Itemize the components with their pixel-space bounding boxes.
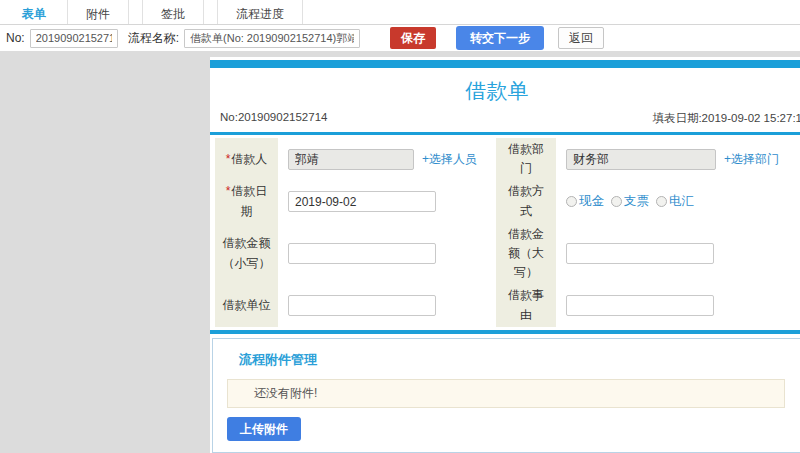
amount-uppercase-label: 借款金额（大写）	[496, 223, 556, 285]
attachment-section: 流程附件管理 还没有附件! 上传附件	[212, 338, 800, 453]
no-label: No:	[6, 31, 25, 45]
sheet-no-text: No:20190902152714	[220, 111, 327, 126]
amount-lowercase-input[interactable]	[288, 243, 436, 264]
radio-cheque[interactable]: 支票	[611, 193, 649, 210]
borrower-label: *借款人	[215, 138, 278, 180]
borrow-reason-input[interactable]	[566, 295, 714, 316]
borrow-method-radio-group: 现金 支票 电汇	[566, 193, 694, 210]
upload-attachment-button[interactable]: 上传附件	[227, 417, 301, 441]
borrow-date-label: *借款日期	[215, 180, 278, 222]
process-name-label: 流程名称:	[128, 30, 179, 47]
department-input[interactable]	[566, 149, 716, 170]
borrow-method-label: 借款方式	[496, 180, 556, 222]
borrow-unit-field	[278, 284, 496, 326]
panel-top-bar	[210, 60, 800, 68]
no-input[interactable]	[30, 29, 118, 48]
borrow-date-input[interactable]	[288, 191, 436, 212]
amount-uppercase-input[interactable]	[566, 243, 714, 264]
radio-icon[interactable]	[656, 196, 667, 207]
department-label: 借款部门	[496, 138, 556, 180]
radio-icon[interactable]	[611, 196, 622, 207]
form-bottom-bar	[210, 330, 800, 334]
borrow-reason-field	[556, 284, 800, 326]
loan-form-panel: 借款单 No:20190902152714 填表日期:2019-09-02 15…	[210, 57, 800, 453]
radio-cash[interactable]: 现金	[566, 193, 604, 210]
tab-form[interactable]: 表单	[8, 0, 60, 24]
action-toolbar: No: 流程名称: 保存 转交下一步 返回	[0, 25, 800, 51]
borrower-field: +选择人员	[278, 138, 496, 180]
radio-icon[interactable]	[566, 196, 577, 207]
amount-lowercase-field	[278, 223, 496, 285]
process-name-input[interactable]	[184, 29, 360, 48]
no-attachment-message: 还没有附件!	[227, 379, 785, 408]
tab-process-progress[interactable]: 流程进度	[217, 0, 303, 24]
loan-form-grid: *借款人 +选择人员 借款部门 +选择部门 *借款日期 借款方式	[210, 135, 800, 327]
borrow-method-field: 现金 支票 电汇	[556, 180, 800, 222]
required-mark: *	[226, 152, 231, 166]
department-field: +选择部门	[556, 138, 800, 180]
content-area: 借款单 No:20190902152714 填表日期:2019-09-02 15…	[0, 51, 800, 453]
tab-bar: 表单 附件 签批 流程进度	[0, 0, 800, 25]
sheet-date-text: 填表日期:2019-09-02 15:27:1	[652, 111, 800, 126]
borrow-unit-label: 借款单位	[215, 284, 278, 326]
required-mark: *	[226, 184, 231, 198]
forward-next-step-button[interactable]: 转交下一步	[456, 26, 544, 50]
select-person-link[interactable]: +选择人员	[422, 151, 477, 168]
back-button[interactable]: 返回	[558, 27, 604, 49]
borrower-input[interactable]	[288, 149, 414, 170]
page-title: 借款单	[210, 68, 800, 108]
borrow-reason-label: 借款事由	[496, 284, 556, 326]
amount-lowercase-label: 借款金额（小写）	[215, 223, 278, 285]
attachment-section-title: 流程附件管理	[239, 351, 800, 369]
select-department-link[interactable]: +选择部门	[724, 151, 779, 168]
save-button[interactable]: 保存	[390, 27, 436, 49]
radio-wire-transfer[interactable]: 电汇	[656, 193, 694, 210]
borrow-date-field	[278, 180, 496, 222]
borrow-unit-input[interactable]	[288, 295, 436, 316]
sheet-meta-row: No:20190902152714 填表日期:2019-09-02 15:27:…	[210, 108, 800, 132]
amount-uppercase-field	[556, 223, 800, 285]
tab-approval[interactable]: 签批	[142, 0, 204, 24]
tab-attachment[interactable]: 附件	[67, 0, 129, 24]
